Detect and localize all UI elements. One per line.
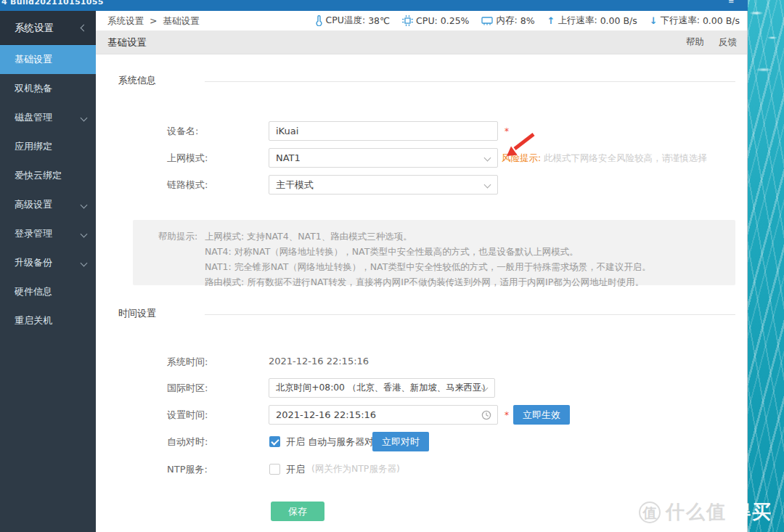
section-title-time-settings: 时间设置	[118, 307, 156, 320]
ntp-service-label: NTP服务:	[167, 463, 208, 476]
memory-icon	[481, 16, 493, 25]
section-title-system-info: 系统信息	[118, 74, 156, 87]
wan-mode-value: NAT1	[276, 149, 301, 167]
thermometer-icon	[315, 15, 323, 26]
sidebar-item-hardware-info[interactable]: 硬件信息	[0, 277, 96, 306]
sidebar-item-disk-management[interactable]: 磁盘管理	[0, 103, 96, 132]
device-name-label: 设备名:	[167, 125, 198, 138]
risk-warning-text: 此模式下网络安全风险较高，请谨慎选择	[544, 148, 707, 168]
required-asterisk: *	[505, 410, 509, 420]
sidebar-item-app-binding[interactable]: 应用绑定	[0, 132, 96, 161]
device-name-field-box	[269, 121, 498, 141]
auto-sync-text: 开启 自动与服务器对时	[286, 435, 383, 449]
timezone-label: 国际时区:	[167, 382, 208, 395]
sidebar-item-basic-settings[interactable]: 基础设置	[0, 45, 96, 74]
help-tip-text: 上网模式: 支持NAT4、NAT1、路由模式三种选项。	[205, 229, 412, 244]
sidebar-section-label: 系统设置	[15, 11, 54, 45]
auto-sync-checkbox[interactable]	[269, 436, 280, 447]
system-time-value: 2021-12-16 22:15:16	[269, 356, 369, 367]
sidebar-item-label: 重启关机	[15, 306, 52, 335]
help-tip-indent	[158, 244, 205, 259]
cpu-chip-icon	[402, 15, 413, 26]
sidebar-item-label: 应用绑定	[15, 132, 52, 161]
ocean-background-image	[748, 0, 784, 532]
cpu-stat: CPU: 0.25%	[402, 15, 469, 26]
apply-now-button[interactable]: 立即生效	[513, 405, 570, 425]
breadcrumb-current: 基础设置	[163, 15, 199, 26]
save-button[interactable]: 保存	[271, 502, 324, 521]
page-header-links: 帮助 反馈	[686, 30, 737, 54]
help-tip-text: 路由模式: 所有数据不进行NAT转发，直接将内网IP不做伪装传送到外网，适用于内…	[205, 274, 644, 290]
cpu-temp-value: 38℃	[368, 15, 390, 26]
link-mode-label: 链路模式:	[167, 179, 208, 192]
main-window: 系统设置 > 基础设置 CPU温度: 38℃ CPU: 0.25% 内存: 8%…	[96, 11, 748, 532]
sidebar-item-advanced-settings[interactable]: 高级设置	[0, 190, 96, 219]
timezone-value: 北京时间+08:00 （北京、香港、新加坡、马来西亚）	[276, 379, 491, 397]
set-time-field-box	[269, 405, 498, 425]
sidebar-item-reboot-shutdown[interactable]: 重启关机	[0, 306, 96, 335]
help-tip-box: 帮助提示: 上网模式: 支持NAT4、NAT1、路由模式三种选项。 NAT4: …	[133, 220, 735, 285]
sidebar-item-label: 升级备份	[15, 248, 52, 277]
chevron-down-icon	[484, 155, 491, 162]
help-tip-line: NAT4: 对称NAT（网络地址转换），NAT类型中安全性最高的方式，也是设备默…	[158, 244, 735, 259]
set-time-label: 设置时间:	[167, 409, 208, 422]
sidebar-item-label: 登录管理	[15, 219, 52, 248]
chevron-down-icon	[81, 231, 88, 238]
link-mode-select[interactable]: 主干模式	[269, 175, 498, 195]
sidebar-item-label: 磁盘管理	[15, 103, 52, 132]
upload-label: 上行速率:	[558, 15, 597, 27]
cpu-label: CPU:	[416, 15, 438, 26]
breadcrumb-separator: >	[150, 15, 157, 26]
red-annotation-arrow-icon	[502, 131, 537, 162]
upload-value: 0.00 B/s	[600, 15, 637, 26]
up-arrow-icon: ↑	[547, 15, 555, 26]
page-header: 基础设置 帮助 反馈	[96, 30, 747, 54]
help-tip-text: NAT4: 对称NAT（网络地址转换），NAT类型中安全性最高的方式，也是设备默…	[205, 244, 579, 259]
device-name-input[interactable]	[269, 122, 497, 140]
chevron-down-icon	[81, 260, 88, 267]
help-tip-line: 路由模式: 所有数据不进行NAT转发，直接将内网IP不做伪装传送到外网，适用于内…	[158, 274, 735, 290]
timezone-select[interactable]: 北京时间+08:00 （北京、香港、新加坡、马来西亚）	[269, 378, 495, 398]
sidebar: 系统设置 基础设置 双机热备 磁盘管理 应用绑定 爱快云绑定 高级设置 登录管理…	[0, 11, 96, 532]
sidebar-item-login-management[interactable]: 登录管理	[0, 219, 96, 248]
browser-topbar: 4 Build202110151055 ≡	[0, 0, 748, 11]
memory-label: 内存:	[496, 15, 517, 27]
system-time-label: 系统时间:	[167, 356, 208, 369]
help-tip-line: NAT1: 完全锥形NAT（网络地址转换），NAT类型中安全性较低的方式，一般用…	[158, 259, 735, 274]
sidebar-item-ikuai-cloud-binding[interactable]: 爱快云绑定	[0, 161, 96, 190]
memory-stat: 内存: 8%	[481, 15, 534, 27]
download-stat: ↓ 下行速率: 0.00 B/s	[650, 15, 740, 27]
help-tip-line: 帮助提示: 上网模式: 支持NAT4、NAT1、路由模式三种选项。	[158, 229, 735, 244]
breadcrumb: 系统设置 > 基础设置	[107, 11, 202, 30]
wan-mode-label: 上网模式:	[167, 152, 208, 165]
download-label: 下行速率:	[661, 15, 700, 27]
wan-mode-select[interactable]: NAT1	[269, 148, 498, 168]
ntp-checkbox[interactable]	[269, 464, 280, 475]
help-tip-indent	[158, 274, 205, 290]
sidebar-item-label: 高级设置	[15, 190, 52, 219]
auto-sync-label: 自动对时:	[167, 435, 208, 449]
help-tip-label: 帮助提示:	[158, 229, 205, 244]
set-time-input[interactable]	[269, 406, 497, 424]
help-tip-indent	[158, 259, 205, 274]
chevron-left-icon	[81, 25, 88, 32]
download-value: 0.00 B/s	[703, 15, 740, 26]
down-arrow-icon: ↓	[650, 15, 658, 26]
sync-now-button[interactable]: 立即对时	[372, 432, 429, 451]
sidebar-item-upgrade-backup[interactable]: 升级备份	[0, 248, 96, 277]
section-divider	[205, 314, 735, 315]
page-content: 系统信息 设备名: * 上网模式: NAT1 风险提示: 此模式下网络安全风险较…	[96, 54, 747, 532]
sidebar-item-dual-hot-standby[interactable]: 双机热备	[0, 74, 96, 103]
chevron-down-icon	[484, 181, 491, 189]
breadcrumb-bar: 系统设置 > 基础设置 CPU温度: 38℃ CPU: 0.25% 内存: 8%…	[96, 11, 747, 30]
topbar-partial-glyph: ≡	[728, 0, 734, 5]
help-link[interactable]: 帮助	[686, 36, 704, 49]
feedback-link[interactable]: 反馈	[719, 36, 737, 49]
sidebar-section-system-settings[interactable]: 系统设置	[0, 11, 96, 45]
ntp-hint-text: (网关作为NTP服务器)	[311, 463, 400, 475]
cpu-temp-label: CPU温度:	[326, 15, 366, 27]
memory-value: 8%	[520, 15, 535, 26]
clock-icon[interactable]	[481, 410, 491, 420]
breadcrumb-parent[interactable]: 系统设置	[107, 15, 144, 26]
help-tip-text: NAT1: 完全锥形NAT（网络地址转换），NAT类型中安全性较低的方式，一般用…	[205, 259, 651, 274]
